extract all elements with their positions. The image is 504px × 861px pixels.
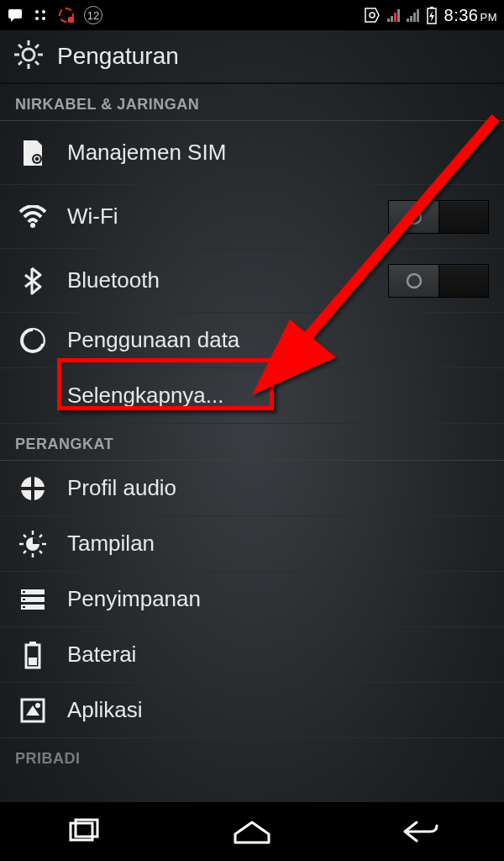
nav-back-button[interactable] <box>370 815 470 848</box>
battery-charging-icon <box>426 6 438 24</box>
notification-count: 12 <box>84 6 102 24</box>
battery-icon <box>17 641 49 669</box>
settings-gear-icon <box>12 38 45 75</box>
sim-card-icon <box>17 139 49 167</box>
row-label: Aplikasi <box>67 697 489 723</box>
svg-marker-8 <box>365 8 379 22</box>
status-time-ampm: PM <box>480 11 498 24</box>
svg-point-4 <box>35 17 39 20</box>
app-header: Pengaturan <box>0 30 504 84</box>
speech-bubble-icon <box>7 7 24 24</box>
svg-point-5 <box>42 17 45 20</box>
row-bluetooth[interactable]: Bluetooth <box>0 249 504 313</box>
svg-point-51 <box>35 703 40 708</box>
section-header-device: PERANGKAT <box>0 424 504 461</box>
svg-line-39 <box>39 535 42 537</box>
status-time: 8:36PM <box>444 6 497 25</box>
section-header-personal: PRIBADI <box>0 738 504 774</box>
svg-line-19 <box>35 61 39 65</box>
row-label: Baterai <box>67 642 489 668</box>
status-bar: 12 8:36PM <box>0 0 504 30</box>
svg-line-20 <box>18 61 22 65</box>
svg-rect-11 <box>430 7 433 8</box>
row-sim-management[interactable]: Manajemen SIM <box>0 121 504 185</box>
storage-icon <box>17 588 49 611</box>
page-title: Pengaturan <box>57 43 179 70</box>
nav-home-button[interactable] <box>202 815 302 848</box>
row-battery[interactable]: Baterai <box>0 627 504 683</box>
svg-rect-44 <box>23 599 25 600</box>
brightness-icon <box>17 530 49 558</box>
row-label: Penggunaan data <box>67 327 489 353</box>
row-audio-profile[interactable]: Profil audio <box>0 461 504 516</box>
sync-error-icon <box>57 6 76 24</box>
bluetooth-toggle[interactable] <box>388 264 489 298</box>
svg-rect-0 <box>8 9 22 18</box>
svg-point-9 <box>370 13 375 18</box>
bluetooth-icon <box>17 267 49 295</box>
row-label: Penyimpanan <box>67 586 489 612</box>
row-storage[interactable]: Penyimpanan <box>0 572 504 627</box>
svg-point-22 <box>32 154 42 164</box>
toggle-thumb-off <box>389 265 439 297</box>
toggle-thumb-off <box>389 201 439 233</box>
svg-marker-12 <box>429 11 434 22</box>
svg-rect-7 <box>68 17 74 23</box>
svg-point-24 <box>30 223 35 228</box>
svg-point-13 <box>23 49 34 61</box>
row-label: Wi-Fi <box>67 203 370 230</box>
svg-point-26 <box>407 274 421 288</box>
row-label: Manajemen SIM <box>67 140 489 166</box>
row-label: Tampilan <box>67 531 489 557</box>
nfc-tag-icon <box>364 7 381 24</box>
row-apps[interactable]: Aplikasi <box>0 683 504 738</box>
data-usage-icon <box>17 327 49 354</box>
status-time-value: 8:36 <box>444 6 479 24</box>
row-label: Selengkapnya... <box>67 383 489 409</box>
wifi-icon <box>17 205 49 229</box>
svg-rect-45 <box>23 606 25 608</box>
svg-marker-1 <box>11 18 15 22</box>
svg-rect-47 <box>29 642 36 645</box>
svg-rect-30 <box>21 487 45 490</box>
status-system: 8:36PM <box>364 6 497 25</box>
svg-rect-43 <box>23 591 25 593</box>
svg-line-21 <box>35 45 39 48</box>
signal-sim1-icon <box>387 8 400 22</box>
row-data-usage[interactable]: Penggunaan data <box>0 313 504 368</box>
svg-point-2 <box>35 10 39 13</box>
bbm-icon <box>32 7 49 24</box>
row-label: Bluetooth <box>67 267 370 293</box>
svg-point-25 <box>407 210 421 224</box>
wifi-toggle[interactable] <box>388 200 489 234</box>
row-label: Profil audio <box>67 475 489 501</box>
audio-profile-icon <box>17 475 49 502</box>
svg-line-36 <box>24 535 26 537</box>
system-nav-bar <box>0 802 504 861</box>
row-display[interactable]: Tampilan <box>0 516 504 572</box>
apps-icon <box>17 697 49 724</box>
row-more[interactable]: Selengkapnya... <box>0 368 504 424</box>
section-header-wireless: NIRKABEL & JARINGAN <box>0 84 504 121</box>
svg-line-18 <box>18 45 22 48</box>
svg-rect-48 <box>29 658 37 665</box>
row-wifi[interactable]: Wi-Fi <box>0 185 504 249</box>
nav-recent-button[interactable] <box>34 815 134 848</box>
signal-sim2-icon <box>407 8 419 22</box>
status-notifications: 12 <box>7 6 102 24</box>
svg-line-37 <box>39 551 42 553</box>
svg-point-3 <box>42 10 45 13</box>
svg-line-38 <box>24 551 26 553</box>
